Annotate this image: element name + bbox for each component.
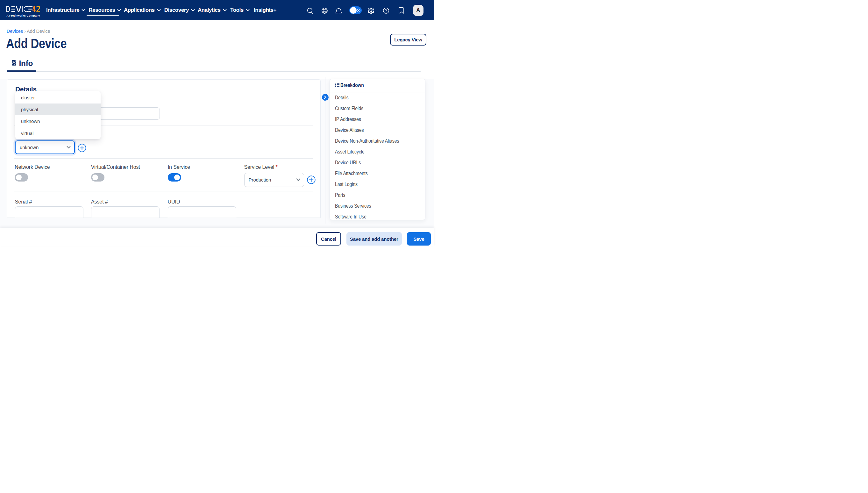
- svg-text:A Freshworks Company: A Freshworks Company: [6, 14, 40, 17]
